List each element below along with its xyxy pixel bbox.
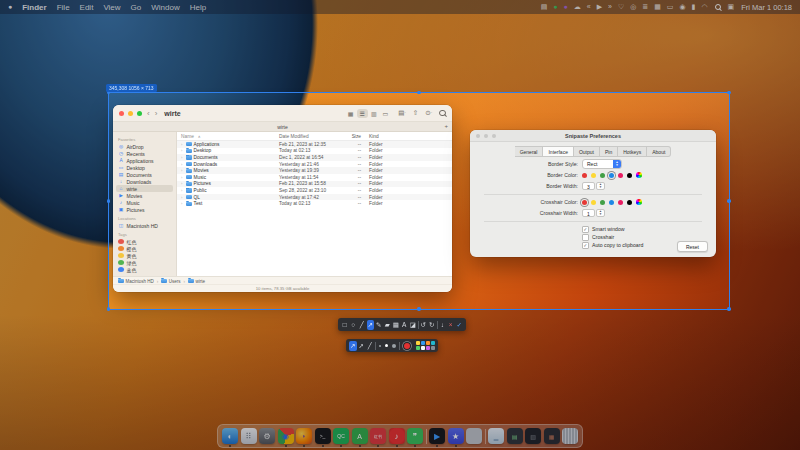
dock-app-icon[interactable]: ▶ [429,428,445,444]
color-swatch[interactable] [609,173,614,178]
menubar-status-icon[interactable]: ◠ [701,0,707,14]
stepper-arrows-icon[interactable]: ▲▼ [596,209,605,217]
annotation-tool-button[interactable]: ↗ [367,320,375,330]
annotation-tool-button[interactable]: ▦ [392,320,400,330]
new-tab-button[interactable]: + [444,122,448,131]
dock-app-icon[interactable]: ◐ [222,428,238,444]
dock-app-icon[interactable]: ❞ [407,428,423,444]
dock-app-icon[interactable]: ◉ [278,428,294,444]
disclosure-chevron-icon[interactable]: › [181,175,184,180]
annotation-tool-button[interactable]: ○ [350,320,358,330]
minimize-window-button[interactable] [484,134,488,138]
color-swatch[interactable] [618,200,623,205]
menubar-status-icon[interactable]: » [608,0,612,14]
dock-app-icon[interactable]: ▁ [488,428,504,444]
table-row[interactable]: ›Documents Dec 1, 2022 at 16:54 -- Folde… [177,154,452,161]
color-swatch[interactable] [591,173,596,178]
menubar-status-icon[interactable]: ▦ [654,0,661,14]
view-mode-button[interactable]: ▦ [345,109,357,118]
table-row[interactable]: ›Downloads Yesterday at 21:46 -- Folder [177,161,452,168]
palette-color-swatch[interactable] [416,341,420,345]
color-swatch[interactable] [618,173,623,178]
selection-handle[interactable] [417,307,421,311]
view-mode-button[interactable]: ▭ [380,109,392,118]
menubar-status-icon[interactable]: ◉ [679,0,685,14]
column-header-name[interactable]: Name∧ [177,134,279,139]
menubar-status-icon[interactable]: ● [563,0,567,14]
stroke-size-button[interactable] [379,345,381,347]
annotation-tool-button[interactable]: ✎ [375,320,383,330]
table-row[interactable]: ›Music Yesterday at 11:54 -- Folder [177,174,452,181]
color-swatch[interactable] [600,173,605,178]
column-header-kind[interactable]: Kind [361,134,452,139]
table-row[interactable]: ›Movies Yesterday at 19:39 -- Folder [177,167,452,174]
disclosure-chevron-icon[interactable]: › [181,201,184,206]
menubar-menu-item[interactable]: Go [131,3,142,12]
arrow-style-button[interactable]: ╱ [366,341,374,351]
zoom-window-button[interactable] [137,111,142,116]
stepper-arrows-icon[interactable]: ▲▼ [596,182,605,190]
preferences-tab[interactable]: About [647,146,671,157]
menubar-status-icon[interactable]: ● [553,0,557,14]
path-crumb[interactable]: Users › [161,279,186,284]
sidebar-item[interactable]: 黄色 [116,252,173,259]
disclosure-chevron-icon[interactable]: › [181,188,184,193]
dock-app-icon[interactable] [426,429,427,444]
table-row[interactable]: ›QL Yesterday at 17:42 -- Folder [177,194,452,201]
palette-color-swatch[interactable] [431,346,435,350]
dock-app-icon[interactable]: >_ [315,428,331,444]
sidebar-item[interactable]: 橙色 [116,245,173,252]
menubar-status-icon[interactable]: ▶ [597,0,602,14]
dock-app-icon[interactable]: ◗ [296,428,312,444]
menubar-menu-item[interactable]: Window [151,3,179,12]
selection-handle[interactable] [417,91,421,95]
menubar-status-icon[interactable]: ☁ [574,0,581,14]
table-row[interactable]: ›Pictures Feb 21, 2023 at 15:58 -- Folde… [177,181,452,188]
current-color-swatch[interactable] [404,343,410,349]
menubar-status-icon[interactable]: ▭ [667,0,674,14]
color-swatch[interactable] [582,173,587,178]
dock-app-icon[interactable]: 红书 [370,428,386,444]
disclosure-chevron-icon[interactable]: › [181,155,184,160]
palette-color-swatch[interactable] [421,346,425,350]
menubar-status-icon[interactable]: ▤ [541,0,548,14]
sidebar-item[interactable]: AApplications [116,157,173,164]
preferences-tab[interactable]: Output [574,146,600,157]
color-swatch[interactable] [627,173,632,178]
view-mode-button[interactable]: ☰ [357,109,368,118]
color-swatch[interactable] [627,200,632,205]
view-mode-button[interactable]: ▥ [368,109,380,118]
sidebar-item[interactable]: 蓝色 [116,266,173,273]
border-style-popup[interactable]: Rect ▲▼ [582,159,622,169]
preferences-tab[interactable]: Pin [600,146,618,157]
annotation-tool-button[interactable]: A [401,320,409,330]
color-swatch[interactable] [582,200,587,205]
annotation-tool-button[interactable]: ↺ [420,320,428,330]
preferences-tab[interactable]: Interface [543,146,573,157]
color-swatch[interactable] [591,200,596,205]
annotation-tool-button[interactable] [437,321,438,329]
dock-app-icon[interactable] [485,429,486,444]
palette-color-swatch[interactable] [426,341,430,345]
dock-app-icon[interactable]: ★ [448,428,464,444]
disclosure-chevron-icon[interactable]: › [181,195,184,200]
stroke-size-button[interactable] [385,344,388,347]
menubar-menu-item[interactable]: Edit [80,3,94,12]
annotation-tool-button[interactable] [418,321,419,329]
sidebar-item[interactable]: ▶Movies [116,192,173,199]
dock-app-icon[interactable] [466,428,482,444]
menubar-status-icon[interactable]: ◎ [630,0,636,14]
menubar-app-name[interactable]: Finder [22,3,46,12]
preferences-tab[interactable]: Hotkeys [618,146,647,157]
checkbox[interactable]: ✓ [582,242,589,249]
action-menu-button[interactable]: ⊙ˇ [425,109,432,117]
palette-color-swatch[interactable] [416,346,420,350]
menubar-status-icon[interactable]: ▮ [692,0,696,14]
crosshair-width-stepper[interactable]: 1 ▲▼ [582,209,605,217]
palette-color-swatch[interactable] [431,341,435,345]
menubar-status-icon[interactable]: « [587,0,591,14]
annotation-tool-button[interactable]: ▰ [384,320,392,330]
disclosure-chevron-icon[interactable]: › [181,168,184,173]
apple-menu-icon[interactable]: ● [8,0,12,14]
table-row[interactable]: ›Public Sep 28, 2022 at 23:10 -- Folder [177,187,452,194]
